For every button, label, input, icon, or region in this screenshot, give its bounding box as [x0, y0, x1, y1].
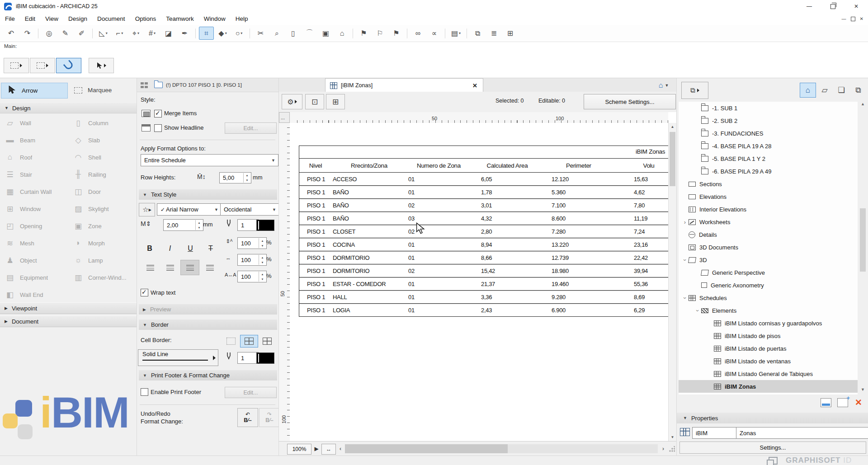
cell-zona[interactable]: LOGIA — [332, 307, 406, 314]
toolbox-tool[interactable]: ◧ Wall End — [0, 286, 68, 303]
cell-perimeter[interactable]: 9.280 — [543, 294, 629, 301]
toolbox-tool[interactable]: ▱ Wall — [0, 114, 68, 132]
column-header[interactable]: Volu — [629, 162, 668, 169]
eyedropper-icon[interactable]: ✐▾ — [74, 27, 89, 40]
enable-print-footer-checkbox[interactable] — [141, 388, 148, 396]
schedule-settings-button[interactable]: ⚙ — [282, 94, 302, 109]
tree-item[interactable]: Sections — [679, 178, 858, 190]
separator[interactable]: ▾ — [445, 28, 445, 38]
circle-icon[interactable]: ○▾ — [231, 27, 246, 40]
spinner[interactable]: ▲▼ — [195, 220, 203, 230]
schedule-name-field[interactable]: iBIM — [692, 427, 737, 439]
cell-nivel[interactable]: PISO 1 — [299, 268, 332, 274]
separator[interactable]: ▾ — [467, 28, 467, 38]
cell-volumen[interactable]: 22,42 — [629, 254, 668, 261]
table-row[interactable]: PISO 1 BAÑO 02 3,01 7.100 7,80 — [299, 199, 668, 212]
expander-icon[interactable] — [681, 257, 689, 263]
preview-header[interactable]: ▶ Preview — [139, 304, 277, 315]
separator[interactable]: ▾ — [92, 28, 93, 38]
cell-volumen[interactable]: 39,94 — [629, 268, 668, 274]
pick-up-parameters-icon[interactable]: ◎▾ — [42, 27, 57, 40]
window-options-icon[interactable]: ▤▾ — [448, 27, 463, 40]
cell-numero[interactable]: 01 — [406, 189, 471, 196]
cell-zona[interactable]: COCINA — [332, 241, 406, 248]
view-tab-label[interactable]: (!) DPTO 107 PISO 1 [0. PISO 1] — [166, 82, 242, 88]
flag-grid-icon[interactable]: ⚐▾ — [373, 27, 387, 40]
scroll-left-icon[interactable]: ‹ — [337, 444, 344, 454]
cell-zona[interactable]: DORMITORIO — [332, 268, 406, 274]
tree-item[interactable]: iBIM Listado General de Tabiques — [679, 367, 858, 380]
tree-item[interactable]: 3D Documents — [679, 241, 858, 254]
tree-item[interactable]: iBIM Zonas — [679, 380, 858, 393]
toolbox-tool[interactable]: ⌂ Roof — [0, 149, 68, 166]
tree-item[interactable]: -4. BASE PILA 19 A 28 — [679, 140, 858, 152]
separator[interactable]: ▾ — [250, 28, 250, 38]
cell-zona[interactable]: HALL — [332, 294, 406, 301]
show-headline-checkbox[interactable] — [154, 124, 162, 132]
cell-perimeter[interactable]: 7.100 — [543, 202, 629, 209]
border-inner-button[interactable] — [240, 335, 258, 348]
spinner[interactable]: ▲▼ — [259, 238, 266, 248]
resize-grip[interactable] — [669, 446, 675, 452]
cell-numero[interactable]: 01 — [406, 241, 471, 248]
column-header[interactable]: Nivel — [299, 162, 332, 169]
toolbox-tool[interactable]: ╫ Railing — [68, 166, 137, 183]
link-icon[interactable]: ∞▾ — [410, 27, 425, 40]
separator[interactable]: ▾ — [38, 28, 38, 38]
viewpoint-section-header[interactable]: ▶ Viewpoint — [0, 302, 137, 314]
redo-format-button[interactable]: ↷B⁄– — [259, 408, 280, 427]
table-row[interactable]: PISO 1 COCINA 01 8,94 13.220 23,16 — [299, 238, 668, 251]
home-story-icon[interactable]: ⌂▾ — [335, 27, 349, 40]
properties-header[interactable]: ▼ Properties — [677, 413, 868, 423]
toolbox-tool[interactable]: ◰ Opening — [0, 217, 68, 235]
select-tool-icon[interactable]: ◺▾ — [96, 27, 111, 40]
arc-icon[interactable]: ⌒▾ — [302, 27, 317, 40]
tree-item[interactable]: -1. SUB 1 — [679, 102, 858, 114]
border-pen-input[interactable]: 1 — [237, 352, 259, 364]
line-spacing-input[interactable]: 100 ▲▼ — [237, 237, 267, 249]
layout-grid-icon[interactable] — [141, 82, 148, 88]
cell-nivel[interactable]: PISO 1 — [299, 202, 332, 209]
print-footer-header[interactable]: ▼ Print Footer & Format Change — [139, 370, 277, 380]
cell-numero[interactable]: 01 — [406, 307, 471, 314]
cell-volumen[interactable]: 7,24 — [629, 228, 668, 235]
favorite-star-button[interactable]: ☆▶ — [139, 203, 155, 216]
grid-display-icon[interactable]: #▾ — [145, 27, 160, 40]
menu-item[interactable]: Edit — [20, 15, 40, 22]
align-center-button[interactable] — [160, 260, 179, 275]
graphisoft-id-label[interactable]: GRAPHISOFT ID — [786, 456, 852, 465]
cell-area[interactable]: 1,78 — [471, 189, 543, 196]
navigator-scrollbar[interactable]: ▲ ▼ — [859, 102, 867, 395]
schedule-tab[interactable]: [iBIM Zonas] ✕ — [325, 78, 483, 92]
cell-perimeter[interactable]: 13.220 — [543, 241, 629, 248]
vertical-scrollbar[interactable]: ▲ ▼ — [668, 123, 676, 441]
separator[interactable]: ▾ — [407, 28, 407, 38]
grid-snap-icon[interactable]: ⌗▾ — [199, 27, 214, 40]
document-section-header[interactable]: ▶ Document — [0, 315, 137, 327]
menu-item[interactable]: Window — [199, 15, 231, 22]
border-header[interactable]: ▼ Border — [139, 319, 277, 330]
cell-volumen[interactable]: 11,19 — [629, 215, 668, 222]
cell-perimeter[interactable]: 12.120 — [543, 176, 629, 183]
horizontal-scrollbar[interactable] — [345, 444, 658, 453]
layout-book-button[interactable]: ❏ — [833, 83, 849, 98]
toolbox-tool[interactable]: ☼ Lamp — [68, 252, 137, 269]
menu-item[interactable]: Options — [130, 15, 161, 22]
select-elements-button[interactable]: ⊡ — [305, 94, 324, 109]
headline-edit-button[interactable]: Edit... — [225, 122, 277, 134]
trim-icon[interactable]: ✂▾ — [253, 27, 268, 40]
tree-item[interactable]: Generic Axonometry — [679, 279, 858, 291]
cell-numero[interactable]: 02 — [406, 202, 471, 209]
publisher-button[interactable]: ⧉ — [850, 83, 866, 98]
close-tab-icon[interactable]: ✕ — [472, 82, 477, 89]
encoding-select[interactable]: Occidental ▼ — [220, 203, 279, 216]
cell-zona[interactable]: BAÑO — [332, 202, 406, 209]
pen-icon[interactable]: ✒▾ — [177, 27, 192, 40]
grid-plus-icon[interactable]: ⊞▾ — [503, 27, 518, 40]
mdi-restore-icon[interactable] — [851, 17, 855, 21]
cell-perimeter[interactable]: 19.460 — [543, 281, 629, 287]
cell-area[interactable]: 21,37 — [471, 281, 543, 287]
magnet-snap-button[interactable] — [56, 58, 81, 73]
undo-format-button[interactable]: ↶B⁄– — [237, 408, 258, 427]
zoom-icon[interactable]: ⌕▾ — [269, 27, 284, 40]
